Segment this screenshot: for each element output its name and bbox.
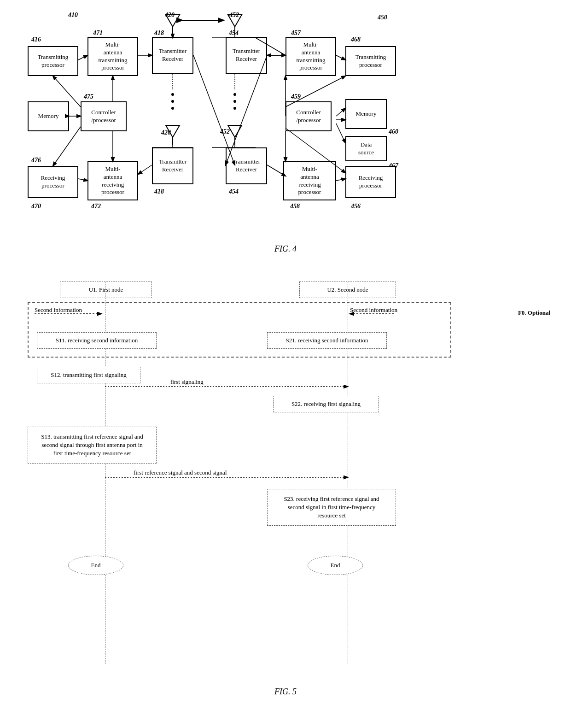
label-459: 459	[291, 93, 301, 100]
s21-box: S21. receiving second information	[267, 332, 387, 349]
label-420a: 420	[165, 12, 175, 19]
label-472: 472	[91, 203, 101, 210]
data-source-right: Datasource	[345, 136, 387, 161]
svg-point-9	[171, 93, 174, 96]
receiving-processor-right: Receivingprocessor	[345, 166, 396, 198]
s12-box: S12. transmitting first signaling	[37, 367, 140, 383]
label-457: 457	[291, 29, 301, 37]
svg-point-14	[233, 107, 236, 110]
s22-box: S22. receiving first signaling	[273, 396, 379, 412]
svg-point-13	[233, 100, 236, 103]
svg-line-31	[336, 179, 345, 181]
receiving-processor-left: Receivingprocessor	[28, 166, 78, 198]
u1-label: U1. First node	[89, 286, 123, 294]
s13-box: S13. transmitting first reference signal…	[28, 427, 157, 464]
memory-right: Memory	[345, 99, 387, 129]
transmitter-receiver-bottom-right: TransmitterReceiver	[226, 147, 267, 184]
s11-box: S11. receiving second information	[37, 332, 157, 349]
label-456: 456	[351, 203, 361, 210]
multi-antenna-transmitting-processor-left: Multi-antennatransmittingprocessor	[87, 37, 138, 76]
svg-text:first signaling: first signaling	[170, 378, 204, 385]
fig5-caption: FIG. 5	[0, 687, 571, 697]
label-454a: 454	[229, 29, 239, 37]
label-458: 458	[290, 203, 300, 210]
label-454b: 454	[229, 188, 239, 195]
s23-box: S23. receiving first reference signal an…	[267, 489, 396, 526]
svg-line-28	[78, 179, 87, 181]
end-left-label: End	[91, 562, 101, 569]
end-right: End	[308, 556, 363, 575]
s12-label: S12. transmitting first signaling	[51, 371, 127, 379]
label-410: 410	[68, 12, 78, 19]
end-right-label: End	[331, 562, 340, 569]
s23-label: S23. receiving first reference signal an…	[284, 495, 379, 520]
label-416: 416	[31, 36, 41, 43]
label-450: 450	[378, 14, 387, 21]
svg-point-10	[171, 100, 174, 103]
u1-header: U1. First node	[60, 282, 152, 298]
label-420b: 420	[161, 129, 171, 136]
s22-label: S22. receiving first signaling	[291, 400, 361, 408]
svg-text:first reference signal and sec: first reference signal and second signal	[134, 469, 227, 476]
s11-label: S11. receiving second information	[56, 336, 138, 345]
svg-point-12	[233, 93, 236, 96]
multi-antenna-receiving-processor-left: Multi-antennareceivingprocessor	[87, 161, 138, 200]
s21-label: S21. receiving second information	[286, 336, 368, 345]
svg-line-30	[336, 55, 345, 60]
label-468: 468	[351, 36, 361, 43]
label-418b: 418	[154, 188, 164, 195]
s13-label: S13. transmitting first reference signal…	[41, 433, 143, 458]
svg-point-11	[171, 107, 174, 110]
label-470: 470	[31, 203, 41, 210]
label-452a: 452	[229, 12, 239, 19]
transmitting-processor-left: Transmittingprocessor	[28, 46, 78, 76]
f0-label-text: F0. Optional	[518, 309, 550, 316]
fig5-caption-text: FIG. 5	[274, 687, 297, 696]
controller-processor-right: Controller/processor	[286, 101, 332, 131]
svg-line-32	[336, 108, 345, 116]
svg-line-34	[336, 123, 345, 143]
label-418a: 418	[154, 29, 164, 37]
label-452b: 452	[220, 128, 230, 135]
svg-line-15	[78, 55, 87, 60]
multi-antenna-transmitting-processor-right: Multi-antennatransmittingprocessor	[286, 37, 336, 76]
transmitting-processor-right: Transmittingprocessor	[345, 46, 396, 76]
end-left: End	[68, 556, 123, 575]
f0-label: F0. Optional	[518, 309, 550, 317]
svg-line-46	[267, 165, 286, 176]
svg-line-29	[138, 165, 152, 174]
svg-line-39	[53, 127, 81, 166]
transmitter-receiver-bottom-left: TransmitterReceiver	[152, 147, 193, 184]
transmitter-receiver-top-right: TransmitterReceiver	[226, 37, 267, 74]
transmitter-receiver-top-left: TransmitterReceiver	[152, 37, 193, 74]
memory-left: Memory	[28, 101, 69, 131]
controller-processor-left: Controller/processor	[81, 101, 127, 131]
label-460: 460	[389, 128, 398, 135]
svg-marker-8	[228, 125, 242, 137]
label-471: 471	[93, 29, 103, 37]
label-475: 475	[84, 93, 93, 100]
label-476: 476	[31, 157, 41, 164]
fig4-diagram: 410 416 471 418 420 452 450 457 468 454 …	[0, 9, 571, 249]
f0-box	[28, 302, 451, 358]
fig5-diagram: U1. First node U2. Second node F0. Optio…	[0, 268, 571, 682]
multi-antenna-receiving-processor-right: Multi-antennareceivingprocessor	[283, 161, 336, 200]
